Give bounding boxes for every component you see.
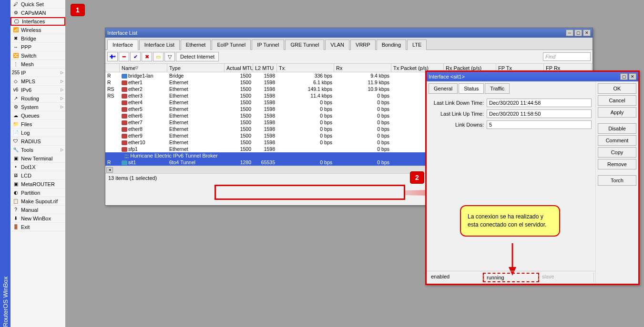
column-header[interactable]: L2 MTU [253, 64, 277, 72]
detail-tab-general[interactable]: General [429, 83, 458, 94]
column-header[interactable]: Type [167, 64, 225, 72]
sidebar-item-interfaces[interactable]: 🖵Interfaces [10, 17, 65, 26]
sidebar-label: PPP [21, 44, 31, 50]
column-header[interactable]: Rx [334, 64, 391, 72]
cancel-button[interactable]: Cancel [598, 95, 636, 106]
tab-interface[interactable]: Interface [107, 40, 138, 50]
filter-button[interactable]: ▽ [164, 52, 175, 61]
sidebar-icon: 🔀 [12, 52, 19, 59]
add-button[interactable]: ✚▾ [107, 52, 118, 61]
scroll-left-arrow[interactable]: ◂ [106, 167, 113, 173]
remove-button[interactable]: Remove [598, 159, 636, 169]
sidebar-item-capsman[interactable]: ⚙CAPsMAN [10, 9, 65, 17]
disable-button[interactable]: Disable [598, 123, 636, 134]
sidebar-item-queues[interactable]: ☁Queues [10, 111, 65, 120]
submenu-arrow-icon: ▷ [61, 105, 63, 109]
tab-lte[interactable]: LTE [407, 40, 427, 50]
sidebar-item-new-terminal[interactable]: ▣New Terminal [10, 154, 65, 163]
disable-button[interactable]: ✖ [142, 52, 152, 61]
tab-gre-tunnel[interactable]: GRE Tunnel [285, 40, 324, 50]
column-header[interactable]: Tx [277, 64, 334, 72]
tab-interface-list[interactable]: Interface List [139, 40, 180, 50]
tab-bonding[interactable]: Bonding [377, 40, 406, 50]
sidebar-item-tools[interactable]: 🔧Tools▷ [10, 146, 65, 154]
sidebar-icon: 🔧 [12, 147, 19, 153]
sidebar-item-manual[interactable]: ?Manual [10, 206, 65, 214]
sidebar-item-files[interactable]: 📁Files [10, 120, 65, 129]
apply-button[interactable]: Apply [598, 107, 636, 118]
column-header[interactable] [105, 64, 120, 72]
sidebar-item-routing[interactable]: ↗Routing▷ [10, 94, 65, 103]
sidebar-label: Manual [21, 207, 38, 213]
sidebar-label: Tools [21, 147, 33, 153]
tab-ethernet[interactable]: Ethernet [181, 40, 211, 50]
sidebar-item-switch[interactable]: 🔀Switch [10, 51, 65, 60]
detail-tab-traffic[interactable]: Traffic [485, 83, 510, 94]
sidebar-label: Log [21, 130, 30, 136]
remove-button[interactable]: ━ [119, 52, 129, 61]
sidebar-item-ppp[interactable]: ↔PPP [10, 43, 65, 51]
interface-icon [122, 80, 127, 85]
detail-maximize-button[interactable]: ▢ [620, 73, 628, 80]
sidebar-item-log[interactable]: 📄Log [10, 129, 65, 137]
submenu-arrow-icon: ▷ [61, 148, 63, 152]
enable-button[interactable]: ✔ [130, 52, 141, 61]
sidebar-label: Exit [21, 224, 30, 230]
column-header[interactable]: Actual MTU [225, 64, 253, 72]
sidebar-item-ip[interactable]: 255IP▷ [10, 69, 65, 77]
status-slave: slave [539, 273, 594, 282]
sidebar-icon: ◐ [12, 189, 19, 196]
sidebar-item-mpls[interactable]: ◇MPLS▷ [10, 77, 65, 86]
detail-close-button[interactable]: ✕ [629, 73, 636, 80]
sidebar-item-mesh[interactable]: ⋮Mesh [10, 60, 65, 69]
sidebar-item-dot1x[interactable]: •Dot1X [10, 163, 65, 171]
sidebar-item-bridge[interactable]: ✖Bridge [10, 34, 65, 43]
torch-button[interactable]: Torch [598, 175, 636, 186]
status-enabled: enabled [428, 273, 483, 282]
ok-button[interactable]: OK [598, 83, 636, 94]
interface-icon [122, 100, 127, 105]
find-input[interactable]: Find [543, 52, 591, 61]
submenu-arrow-icon: ▷ [61, 96, 63, 100]
column-header[interactable]: Name ▽ [120, 64, 167, 72]
sidebar-item-lcd[interactable]: 🖥LCD [10, 171, 65, 180]
interface-list-titlebar[interactable]: Interface List ─ ▢ ✕ [105, 28, 593, 38]
sidebar-label: Partition [21, 190, 40, 196]
callout-1: 1 [71, 4, 85, 16]
sidebar-label: Switch [21, 53, 36, 59]
sidebar-item-system[interactable]: ⚙System▷ [10, 103, 65, 111]
sidebar-item-ipv6[interactable]: v6IPv6▷ [10, 86, 65, 94]
close-button[interactable]: ✕ [583, 30, 591, 36]
sidebar-item-partition[interactable]: ◐Partition [10, 188, 65, 197]
sidebar-icon: 255 [12, 69, 19, 76]
sidebar-item-quick-set[interactable]: 🖊Quick Set [10, 0, 65, 9]
detail-status-bar: enabled running slave [427, 271, 595, 284]
comment-button[interactable]: ▭ [153, 52, 164, 61]
last-link-up-value: Dec/30/2020 11:58:50 [487, 109, 592, 118]
tab-ip-tunnel[interactable]: IP Tunnel [252, 40, 284, 50]
interface-icon [122, 94, 127, 99]
sidebar-item-radius[interactable]: 🛡RADIUS [10, 137, 65, 146]
comment-button[interactable]: Comment [598, 135, 636, 146]
interface-icon [122, 140, 127, 145]
sidebar-item-make-supout.rif[interactable]: 📋Make Supout.rif [10, 197, 65, 206]
detail-tab-status[interactable]: Status [459, 83, 484, 94]
sidebar-item-metarouter[interactable]: ▣MetaROUTER [10, 180, 65, 188]
maximize-button[interactable]: ▢ [574, 30, 582, 36]
tab-vlan[interactable]: VLAN [325, 40, 349, 50]
sidebar-item-wireless[interactable]: 📶Wireless [10, 26, 65, 34]
detect-internet-button[interactable]: Detect Internet [176, 52, 219, 61]
detail-titlebar[interactable]: Interface <sit1> ▢ ✕ [427, 72, 638, 81]
tab-eoip-tunnel[interactable]: EoIP Tunnel [212, 40, 251, 50]
sidebar-icon: ☁ [12, 112, 19, 119]
interface-icon [122, 127, 127, 132]
copy-button[interactable]: Copy [598, 147, 636, 158]
sidebar-icon: 📶 [12, 27, 19, 33]
sidebar-item-new-winbox[interactable]: ⬇New WinBox [10, 214, 65, 223]
sidebar-icon: 📁 [12, 121, 19, 128]
interface-icon [122, 87, 127, 92]
minimize-button[interactable]: ─ [566, 30, 573, 36]
tab-vrrp[interactable]: VRRP [350, 40, 376, 50]
sidebar-item-exit[interactable]: 🚪Exit [10, 223, 65, 231]
sidebar-icon: ⬇ [12, 215, 19, 222]
